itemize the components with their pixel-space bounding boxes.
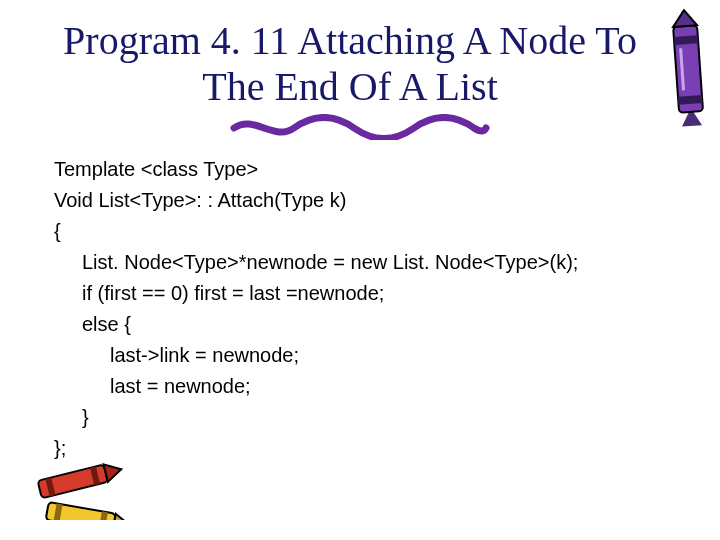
code-block: Template <class Type> Void List<Type>: :…	[54, 154, 720, 464]
svg-marker-4	[672, 9, 697, 27]
svg-rect-2	[674, 35, 698, 45]
crayons-bottom-icon	[24, 460, 144, 520]
code-line: {	[54, 216, 720, 247]
code-line: last->link = newnode;	[54, 340, 720, 371]
code-line: }	[54, 402, 720, 433]
code-line: last = newnode;	[54, 371, 720, 402]
code-line: Template <class Type>	[54, 154, 720, 185]
svg-marker-9	[104, 461, 124, 482]
code-line: if (first == 0) first = last =newnode;	[54, 278, 720, 309]
code-line: List. Node<Type>*newnode = new List. Nod…	[54, 247, 720, 278]
crayon-purple-icon	[662, 7, 714, 130]
title-underline-squiggle	[230, 114, 490, 140]
code-line: else {	[54, 309, 720, 340]
code-line: };	[54, 433, 720, 464]
svg-marker-13	[113, 514, 132, 520]
page-title: Program 4. 11 Attaching A Node To The En…	[50, 18, 650, 110]
code-line: Void List<Type>: : Attach(Type k)	[54, 185, 720, 216]
svg-rect-3	[678, 95, 702, 105]
